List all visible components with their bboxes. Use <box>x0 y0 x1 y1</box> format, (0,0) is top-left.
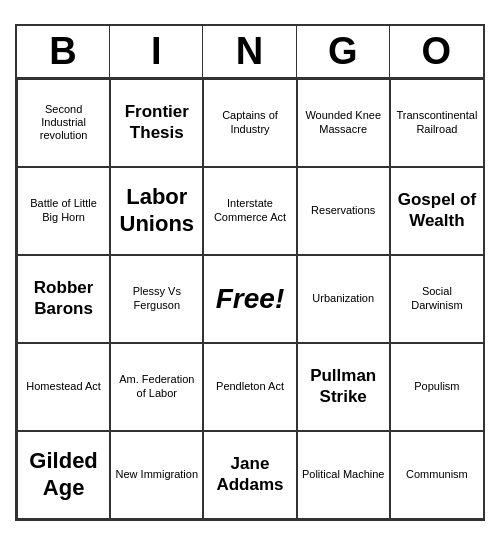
bingo-cell-11: Plessy Vs Ferguson <box>110 255 203 343</box>
bingo-cell-text-23: Political Machine <box>302 468 385 481</box>
bingo-cell-7: Interstate Commerce Act <box>203 167 296 255</box>
bingo-cell-13: Urbanization <box>297 255 390 343</box>
bingo-cell-text-24: Communism <box>406 468 468 481</box>
bingo-cell-8: Reservations <box>297 167 390 255</box>
bingo-cell-text-20: Gilded Age <box>22 448 105 501</box>
bingo-cell-text-5: Battle of Little Big Horn <box>22 197 105 223</box>
bingo-cell-16: Am. Federation of Labor <box>110 343 203 431</box>
bingo-cell-text-7: Interstate Commerce Act <box>208 197 291 223</box>
bingo-cell-text-12: Free! <box>216 282 284 316</box>
bingo-cell-23: Political Machine <box>297 431 390 519</box>
bingo-letter-n: N <box>203 26 296 77</box>
bingo-cell-3: Wounded Knee Massacre <box>297 79 390 167</box>
bingo-cell-4: Transcontinental Railroad <box>390 79 483 167</box>
bingo-cell-text-18: Pullman Strike <box>302 366 385 407</box>
bingo-card: BINGO Second Industrial revolutionFronti… <box>15 24 485 521</box>
bingo-cell-2: Captains of Industry <box>203 79 296 167</box>
bingo-cell-text-22: Jane Addams <box>208 454 291 495</box>
bingo-cell-15: Homestead Act <box>17 343 110 431</box>
bingo-grid: Second Industrial revolutionFrontier The… <box>17 79 483 519</box>
bingo-cell-6: Labor Unions <box>110 167 203 255</box>
bingo-letter-b: B <box>17 26 110 77</box>
bingo-cell-text-1: Frontier Thesis <box>115 102 198 143</box>
bingo-cell-14: Social Darwinism <box>390 255 483 343</box>
bingo-cell-10: Robber Barons <box>17 255 110 343</box>
bingo-cell-text-21: New Immigration <box>116 468 199 481</box>
bingo-cell-text-19: Populism <box>414 380 459 393</box>
bingo-cell-19: Populism <box>390 343 483 431</box>
bingo-cell-17: Pendleton Act <box>203 343 296 431</box>
bingo-cell-text-2: Captains of Industry <box>208 109 291 135</box>
bingo-cell-text-17: Pendleton Act <box>216 380 284 393</box>
bingo-cell-text-10: Robber Barons <box>22 278 105 319</box>
bingo-cell-18: Pullman Strike <box>297 343 390 431</box>
bingo-header: BINGO <box>17 26 483 79</box>
bingo-letter-g: G <box>297 26 390 77</box>
bingo-cell-text-8: Reservations <box>311 204 375 217</box>
bingo-cell-9: Gospel of Wealth <box>390 167 483 255</box>
bingo-cell-text-4: Transcontinental Railroad <box>395 109 479 135</box>
bingo-cell-text-0: Second Industrial revolution <box>22 103 105 143</box>
bingo-cell-text-11: Plessy Vs Ferguson <box>115 285 198 311</box>
bingo-cell-text-14: Social Darwinism <box>395 285 479 311</box>
bingo-cell-text-9: Gospel of Wealth <box>395 190 479 231</box>
bingo-cell-21: New Immigration <box>110 431 203 519</box>
bingo-letter-o: O <box>390 26 483 77</box>
bingo-cell-text-6: Labor Unions <box>115 184 198 237</box>
bingo-cell-text-3: Wounded Knee Massacre <box>302 109 385 135</box>
bingo-cell-1: Frontier Thesis <box>110 79 203 167</box>
bingo-cell-20: Gilded Age <box>17 431 110 519</box>
bingo-cell-5: Battle of Little Big Horn <box>17 167 110 255</box>
bingo-letter-i: I <box>110 26 203 77</box>
bingo-cell-text-16: Am. Federation of Labor <box>115 373 198 399</box>
bingo-cell-0: Second Industrial revolution <box>17 79 110 167</box>
bingo-cell-22: Jane Addams <box>203 431 296 519</box>
bingo-cell-text-13: Urbanization <box>312 292 374 305</box>
bingo-cell-text-15: Homestead Act <box>26 380 101 393</box>
bingo-cell-12: Free! <box>203 255 296 343</box>
bingo-cell-24: Communism <box>390 431 483 519</box>
